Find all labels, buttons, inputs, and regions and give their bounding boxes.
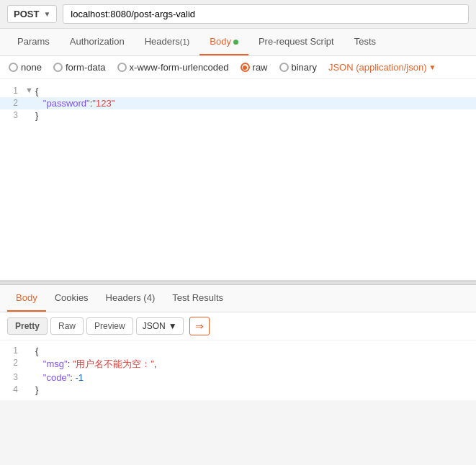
response-tab-body[interactable]: Body — [7, 285, 46, 312]
response-line-2: 2 "msg": "用户名不能为空：", — [0, 357, 476, 371]
json-format-select[interactable]: JSON ▼ — [136, 317, 184, 335]
option-raw[interactable]: raw — [241, 62, 268, 73]
option-none[interactable]: none — [9, 62, 42, 73]
response-body: 1 { 2 "msg": "用户名不能为空：", 3 "code": -1 4 … — [0, 340, 476, 400]
method-label: POST — [14, 9, 39, 19]
request-tabs-row: Params Authorization Headers(1) Body Pre… — [0, 29, 476, 56]
json-type-select[interactable]: JSON (application/json) ▼ — [328, 62, 436, 73]
option-none-label: none — [21, 62, 42, 73]
tab-tests[interactable]: Tests — [344, 29, 386, 55]
option-urlencoded-label: x-www-form-urlencoded — [130, 62, 229, 73]
radio-none — [9, 63, 18, 72]
tab-authorization[interactable]: Authorization — [60, 29, 135, 55]
response-tabs-row: Body Cookies Headers (4) Test Results — [0, 285, 476, 312]
wrap-button[interactable]: ⇒ — [189, 317, 210, 335]
json-format-label: JSON — [143, 321, 166, 331]
radio-urlencoded — [117, 63, 127, 72]
body-dot — [233, 40, 238, 45]
response-tab-headers[interactable]: Headers (4) — [97, 285, 164, 312]
response-line-3: 3 "code": -1 — [0, 371, 476, 384]
option-form-data[interactable]: form-data — [53, 62, 106, 73]
response-line-4: 4 } — [0, 384, 476, 396]
request-line-3: 3 } — [0, 109, 476, 122]
radio-binary — [279, 63, 289, 72]
option-binary[interactable]: binary — [279, 62, 317, 73]
response-line-1: 1 { — [0, 345, 476, 357]
response-toolbar: Pretty Raw Preview JSON ▼ ⇒ — [0, 312, 476, 340]
top-bar: POST ▼ — [0, 0, 476, 29]
option-binary-label: binary — [292, 62, 317, 73]
tab-body[interactable]: Body — [199, 29, 248, 55]
option-raw-label: raw — [253, 62, 268, 73]
json-format-chevron: ▼ — [169, 321, 177, 331]
method-chevron: ▼ — [43, 10, 50, 18]
json-type-chevron: ▼ — [428, 63, 436, 71]
body-options: none form-data x-www-form-urlencoded raw… — [0, 56, 476, 79]
method-select[interactable]: POST ▼ — [7, 5, 57, 23]
option-urlencoded[interactable]: x-www-form-urlencoded — [117, 62, 229, 73]
raw-button[interactable]: Raw — [50, 317, 84, 335]
request-line-1: 1 ▼ { — [0, 85, 476, 97]
request-line-2: 2 "password":"123" — [0, 97, 476, 109]
option-form-data-label: form-data — [66, 62, 106, 73]
response-tab-test-results[interactable]: Test Results — [163, 285, 232, 312]
tab-headers[interactable]: Headers(1) — [135, 29, 200, 55]
radio-raw — [241, 63, 250, 72]
request-body-editor[interactable]: 1 ▼ { 2 "password":"123" 3 } — [0, 79, 476, 281]
response-tab-cookies[interactable]: Cookies — [46, 285, 97, 312]
json-type-label: JSON (application/json) — [328, 62, 427, 73]
pretty-button[interactable]: Pretty — [7, 317, 48, 335]
preview-button[interactable]: Preview — [86, 317, 133, 335]
url-input[interactable] — [63, 4, 469, 24]
tab-params[interactable]: Params — [7, 29, 60, 55]
radio-form-data — [53, 63, 63, 72]
tab-prerequest[interactable]: Pre-request Script — [248, 29, 344, 55]
